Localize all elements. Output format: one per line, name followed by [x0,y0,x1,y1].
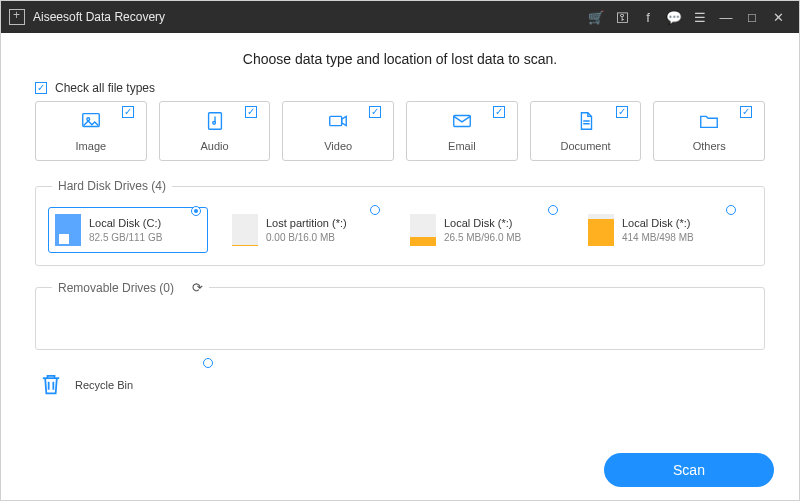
audio-icon [204,110,226,136]
card-image-checkbox-icon[interactable] [122,106,134,118]
removable-legend: Removable Drives (0)⟳ [52,280,209,295]
drive-usage-icon [232,214,258,246]
card-email-checkbox-icon[interactable] [493,106,505,118]
file-type-cards: Image Audio Video Email Document Others [35,101,765,161]
folder-icon [698,110,720,136]
drive-usage-icon [588,214,614,246]
card-others-label: Others [693,140,726,152]
check-all-types[interactable]: Check all file types [35,81,765,95]
scan-button[interactable]: Scan [604,453,774,487]
drive-option[interactable]: Local Disk (C:)82.5 GB/111 GB [48,207,208,253]
trash-icon [37,370,65,400]
card-audio-checkbox-icon[interactable] [245,106,257,118]
card-audio[interactable]: Audio [159,101,271,161]
drive-size: 26.5 MB/96.0 MB [444,231,521,244]
card-document-label: Document [560,140,610,152]
card-image[interactable]: Image [35,101,147,161]
drive-size: 82.5 GB/111 GB [89,231,162,244]
drive-radio-icon[interactable] [370,205,380,215]
titlebar: Aiseesoft Data Recovery 🛒 ⚿ f 💬 ☰ — □ ✕ [1,1,799,33]
drive-name: Lost partition (*:) [266,216,347,230]
card-others-checkbox-icon[interactable] [740,106,752,118]
email-icon [451,110,473,136]
drive-usage-icon [55,214,81,246]
svg-rect-5 [454,116,471,127]
card-email-label: Email [448,140,476,152]
card-image-label: Image [76,140,107,152]
card-video[interactable]: Video [282,101,394,161]
image-icon [80,110,102,136]
drive-usage-icon [410,214,436,246]
recycle-bin-option[interactable]: Recycle Bin [35,364,765,400]
cart-icon[interactable]: 🛒 [583,10,609,25]
close-icon[interactable]: ✕ [765,10,791,25]
check-all-checkbox-icon[interactable] [35,82,47,94]
card-document-checkbox-icon[interactable] [616,106,628,118]
drive-radio-icon[interactable] [548,205,558,215]
hdd-group: Hard Disk Drives (4) Local Disk (C:)82.5… [35,179,765,266]
refresh-icon[interactable]: ⟳ [192,280,203,295]
drive-name: Local Disk (*:) [622,216,694,230]
drive-size: 414 MB/498 MB [622,231,694,244]
card-document[interactable]: Document [530,101,642,161]
drive-radio-icon[interactable] [191,206,201,216]
minimize-icon[interactable]: — [713,10,739,25]
document-icon [575,110,597,136]
card-video-checkbox-icon[interactable] [369,106,381,118]
card-email[interactable]: Email [406,101,518,161]
key-icon[interactable]: ⚿ [609,10,635,25]
svg-point-3 [212,121,215,124]
drive-option[interactable]: Local Disk (*:)26.5 MB/96.0 MB [404,207,564,253]
feedback-icon[interactable]: 💬 [661,10,687,25]
facebook-icon[interactable]: f [635,10,661,25]
drive-name: Local Disk (*:) [444,216,521,230]
card-audio-label: Audio [200,140,228,152]
removable-group: Removable Drives (0)⟳ [35,280,765,350]
maximize-icon[interactable]: □ [739,10,765,25]
video-icon [327,110,349,136]
card-video-label: Video [324,140,352,152]
svg-rect-4 [330,116,342,125]
drive-name: Local Disk (C:) [89,216,162,230]
recycle-radio-icon[interactable] [203,358,213,368]
recycle-label: Recycle Bin [75,379,133,391]
menu-icon[interactable]: ☰ [687,10,713,25]
drive-option[interactable]: Lost partition (*:)0.00 B/16.0 MB [226,207,386,253]
hdd-legend: Hard Disk Drives (4) [52,179,172,193]
app-logo-icon [9,9,25,25]
card-others[interactable]: Others [653,101,765,161]
drive-size: 0.00 B/16.0 MB [266,231,347,244]
check-all-label: Check all file types [55,81,155,95]
page-title: Choose data type and location of lost da… [35,51,765,67]
drive-radio-icon[interactable] [726,205,736,215]
app-title: Aiseesoft Data Recovery [33,10,165,24]
drive-option[interactable]: Local Disk (*:)414 MB/498 MB [582,207,742,253]
